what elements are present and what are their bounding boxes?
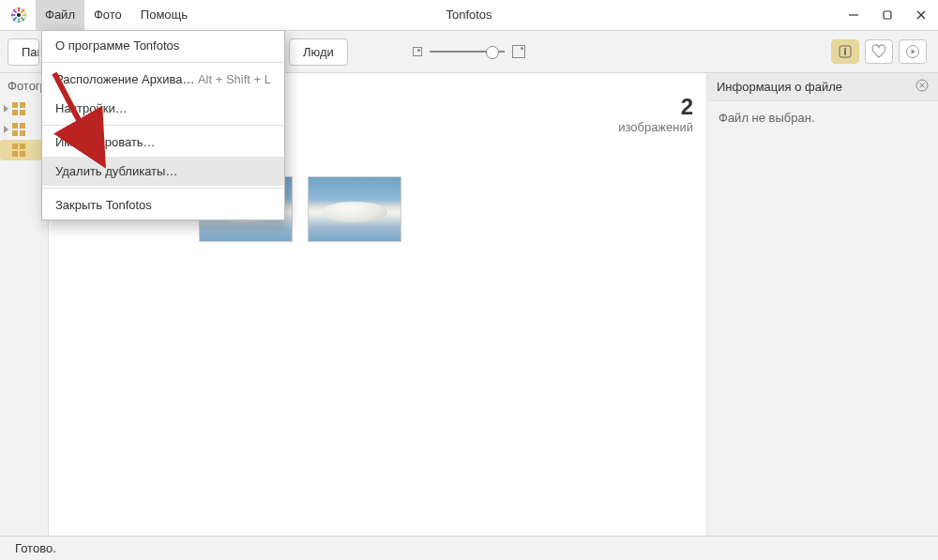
status-bar: Готово. <box>0 536 938 560</box>
info-panel-body: Файл не выбран. <box>707 101 938 134</box>
svg-line-6 <box>14 18 16 20</box>
menu-separator <box>42 62 284 63</box>
menu-remove-duplicates-label: Удалить дубликаты… <box>55 164 177 178</box>
svg-rect-11 <box>884 11 891 19</box>
status-text: Готово. <box>15 541 56 555</box>
svg-line-2 <box>22 10 23 12</box>
info-panel: Информация о файле Файл не выбран. <box>707 73 938 536</box>
menu-quit[interactable]: Закрыть Tonfotos <box>42 190 284 219</box>
close-button[interactable] <box>904 0 938 30</box>
thumbnail-size-slider[interactable] <box>430 51 505 53</box>
image-count-number: 2 <box>618 94 693 120</box>
menu-separator <box>42 125 284 126</box>
info-toggle-button[interactable] <box>831 39 859 64</box>
info-panel-title: Информация о файле <box>717 80 842 94</box>
menu-archive-location[interactable]: Расположение Архива… Alt + Shift + L <box>42 65 284 94</box>
app-logo-icon <box>9 6 28 24</box>
toolbar-right <box>831 39 930 64</box>
image-count: 2 изображений <box>618 94 693 134</box>
file-menu-dropdown: О программе Tonfotos Расположение Архива… <box>41 30 285 220</box>
tab-people[interactable]: Люди <box>289 38 348 66</box>
thumbnail-size-control <box>413 45 525 58</box>
favorite-toggle-button[interactable] <box>865 39 893 64</box>
menu-separator <box>42 188 284 189</box>
window-controls <box>837 0 938 30</box>
menu-import-label: Импортировать… <box>55 135 156 149</box>
svg-line-8 <box>14 10 16 12</box>
thumbnail-2[interactable] <box>308 176 401 242</box>
menu-file[interactable]: Файл <box>36 0 84 30</box>
heart-icon <box>870 43 887 60</box>
tab-folders[interactable]: Папки <box>8 38 39 66</box>
menu-about[interactable]: О программе Tonfotos <box>42 31 284 60</box>
play-icon <box>905 44 920 59</box>
grid-icon <box>12 123 25 136</box>
chevron-right-icon <box>4 126 8 133</box>
maximize-button[interactable] <box>870 0 904 30</box>
large-thumb-icon <box>512 45 525 58</box>
menu-photo[interactable]: Фото <box>84 0 131 30</box>
menu-settings-label: Настройки… <box>55 101 128 115</box>
menu-remove-duplicates[interactable]: Удалить дубликаты… <box>42 157 284 186</box>
title-bar: Файл Фото Помощь Tonfotos <box>0 0 938 30</box>
small-thumb-icon <box>413 47 422 56</box>
window-title: Tonfotos <box>446 0 492 30</box>
grid-icon <box>12 144 25 157</box>
image-count-label: изображений <box>618 120 693 134</box>
close-icon <box>915 79 929 92</box>
grid-icon <box>12 102 25 115</box>
menu-quit-label: Закрыть Tonfotos <box>55 198 152 212</box>
menu-archive-label: Расположение Архива… <box>55 72 194 86</box>
menu-import[interactable]: Импортировать… <box>42 128 284 157</box>
info-panel-header: Информация о файле <box>707 73 938 101</box>
svg-line-4 <box>22 18 23 20</box>
slideshow-button[interactable] <box>899 39 927 64</box>
menu-about-label: О программе Tonfotos <box>55 38 179 53</box>
menu-bar: Файл Фото Помощь <box>36 0 197 30</box>
info-panel-close[interactable] <box>915 79 929 95</box>
chevron-right-icon <box>4 105 8 113</box>
menu-settings[interactable]: Настройки… <box>42 94 284 123</box>
menu-archive-shortcut: Alt + Shift + L <box>198 72 271 86</box>
svg-point-9 <box>17 13 21 17</box>
minimize-button[interactable] <box>837 0 870 30</box>
menu-help[interactable]: Помощь <box>131 0 197 30</box>
info-icon <box>839 45 852 58</box>
